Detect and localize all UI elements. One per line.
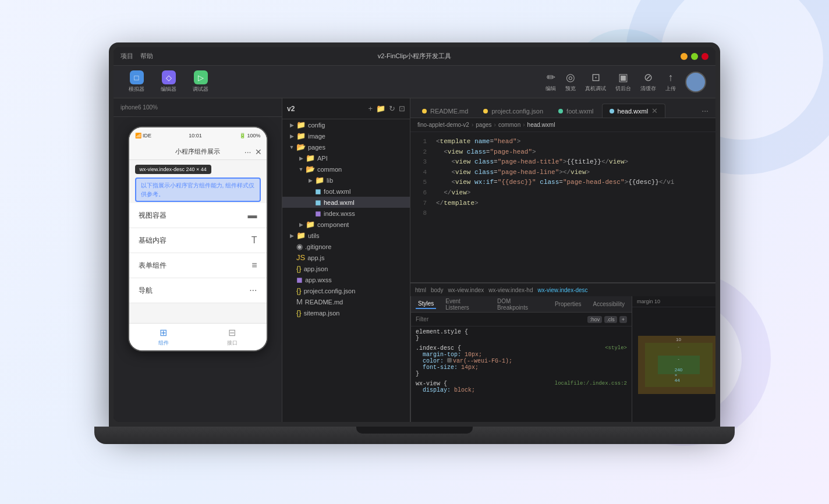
clear-cache-action[interactable]: ⊘ 清缓存 (640, 71, 656, 93)
breadcrumb-sep-2: › (494, 122, 496, 128)
phone-tab-component[interactable]: ⊞ 组件 (129, 324, 198, 350)
list-item-0[interactable]: 视图容器 ▬ (129, 203, 267, 228)
filter-input[interactable] (416, 316, 587, 322)
color-swatch (447, 358, 452, 363)
list-item-1[interactable]: 基础内容 T (129, 228, 267, 253)
file-appjson-icon: {} (296, 264, 302, 273)
highlighted-element: 以下指展示小程序官方组件能力, 组件样式仅供参考。 (135, 178, 261, 202)
filter-badge-cls[interactable]: .cls (604, 316, 617, 323)
maximize-button[interactable] (691, 53, 698, 60)
list-item-2[interactable]: 表单组件 ≡ (129, 253, 267, 278)
menu-item-project[interactable]: 项目 (121, 52, 133, 61)
collapse-icon[interactable]: ⊡ (399, 104, 405, 113)
preview-action[interactable]: ◎ 预览 (565, 71, 576, 93)
simulator-button[interactable]: □ 模拟器 (123, 68, 150, 95)
el-bc-html[interactable]: html (415, 287, 426, 293)
el-bc-index[interactable]: wx-view.index (448, 287, 484, 293)
tree-item-image[interactable]: ▶ 📁 image (282, 130, 410, 141)
arrow-component: ▶ (296, 222, 306, 228)
padding-label: - (678, 356, 679, 361)
tree-item-appwxss[interactable]: ▶ ◼ app.wxss (282, 274, 410, 285)
code-line-3: <view class="page-head-title">{{title}}<… (431, 157, 715, 168)
phone-tab-api[interactable]: ⊟ 接口 (198, 324, 267, 350)
phone-device: 📶 IDE 10:01 🔋 100% 小程序组件展示 ··· ✕ (128, 126, 268, 352)
bottom-content: 概图 性能 ▶ <wx-image class="index-logo" src… (410, 296, 715, 422)
tree-item-index-wxss[interactable]: ▶ ◼ index.wxss (282, 208, 410, 219)
laptop-body: 项目 帮助 v2-FinClip小程序开发工具 □ 模拟器 (109, 42, 720, 427)
laptop-base (94, 427, 735, 444)
tab-more-button[interactable]: ··· (699, 104, 711, 118)
window-controls (681, 53, 708, 60)
styles-tab-accessibility[interactable]: Accessibility (591, 300, 627, 308)
phone-more-icon[interactable]: ··· (245, 147, 251, 157)
minimize-button[interactable] (681, 53, 688, 60)
styles-tab-event-listeners[interactable]: Event Listeners (443, 297, 488, 312)
tree-item-pages[interactable]: ▼ 📂 pages (282, 141, 410, 152)
arrow-lib: ▶ (306, 178, 315, 183)
tree-item-appjson[interactable]: ▶ {} app.json (282, 263, 410, 274)
styles-tab-dom-breakpoints[interactable]: DOM Breakpoints (495, 297, 545, 312)
filter-badge-plus[interactable]: + (619, 316, 627, 323)
el-bc-index-hd[interactable]: wx-view.index-hd (488, 287, 533, 293)
line-num-4: 4 (410, 168, 427, 178)
edit-action[interactable]: ✏ 编辑 (545, 71, 556, 93)
code-content[interactable]: <template name="head"> <view class="page… (431, 132, 715, 282)
tree-item-sitemapjson[interactable]: ▶ {} sitemap.json (282, 307, 410, 318)
menu-item-help[interactable]: 帮助 (140, 52, 153, 61)
filter-badge-hov[interactable]: :hov (587, 316, 602, 323)
tree-item-foot-wxml[interactable]: ▶ ◼ foot.wxml (282, 186, 410, 197)
new-file-icon[interactable]: + (368, 104, 373, 113)
element-breadcrumb: html body wx-view.index wx-view.index-hd… (410, 283, 715, 296)
style-prop-font-size: font-size: 14px; (416, 364, 627, 371)
styles-content: element.style { } .index-desc { <style> (411, 326, 632, 422)
tree-label-foot-wxml: foot.wxml (324, 188, 350, 195)
folder-pages-icon: 📂 (296, 143, 306, 151)
tab-close-headwxml[interactable]: ✕ (651, 107, 658, 115)
editor-button[interactable]: ◇ 编辑器 (155, 68, 182, 95)
el-bc-body[interactable]: body (431, 287, 444, 293)
styles-tab-styles[interactable]: Styles (416, 299, 436, 309)
style-selector-element: element.style { (416, 329, 627, 335)
upload-icon: ↑ (668, 72, 674, 84)
tree-item-config[interactable]: ▶ 📁 config (282, 119, 410, 130)
upload-action[interactable]: ↑ 上传 (665, 72, 676, 93)
list-item-3[interactable]: 导航 ··· (129, 278, 267, 303)
phone-close-icon[interactable]: ✕ (255, 147, 262, 157)
tree-item-appjs[interactable]: ▶ JS app.js (282, 252, 410, 263)
tree-item-gitignore[interactable]: ▶ ◉ .gitignore (282, 241, 410, 252)
component-tab-icon: ⊞ (160, 327, 167, 338)
device-debug-action[interactable]: ⊡ 真机调试 (585, 71, 606, 93)
refresh-icon[interactable]: ↻ (389, 104, 395, 113)
tab-readme[interactable]: README.md (415, 105, 475, 118)
background-action[interactable]: ▣ 切后台 (615, 71, 631, 93)
user-avatar[interactable] (685, 72, 706, 93)
tree-item-lib[interactable]: ▶ 📁 lib (282, 175, 410, 186)
close-button[interactable] (702, 53, 708, 60)
new-folder-icon[interactable]: 📁 (376, 104, 385, 113)
tree-item-projectconfig[interactable]: ▶ {} project.config.json (282, 285, 410, 296)
style-close-element: } (416, 335, 627, 342)
tree-label-pages: pages (308, 144, 325, 151)
style-source-wx-view[interactable]: localfile:/.index.css:2 (555, 381, 627, 386)
tab-projectconfig[interactable]: project.config.json (476, 105, 550, 118)
tree-item-common[interactable]: ▼ 📂 common (282, 164, 410, 175)
styles-tab-properties[interactable]: Properties (552, 300, 584, 308)
editor-breadcrumb: fino-applet-demo-v2 › pages › common › h… (410, 118, 715, 132)
tree-item-readme[interactable]: ▶ M README.md (282, 296, 410, 307)
code-line-4: <view class="page-head-line"></view> (431, 168, 715, 178)
simulator-header: iphone6 100% (114, 98, 282, 117)
tree-label-gitignore: .gitignore (305, 243, 331, 250)
filter-badges: :hov .cls + (587, 316, 627, 323)
tree-item-head-wxml[interactable]: ▶ ◼ head.wxml (282, 197, 410, 208)
el-bc-index-desc[interactable]: wx-view.index-desc (537, 287, 587, 293)
tree-item-utils[interactable]: ▶ 📁 utils (282, 230, 410, 241)
tab-headwxml[interactable]: head.wxml ✕ (602, 104, 666, 118)
tree-item-component[interactable]: ▶ 📁 component (282, 219, 410, 230)
debugger-button[interactable]: ▷ 调试器 (187, 68, 214, 95)
tree-item-api[interactable]: ▶ 📁 API (282, 152, 410, 164)
tab-dot-headwxml (610, 109, 614, 113)
file-foot-wxml-icon: ◼ (315, 187, 321, 196)
code-line-7: </template> (431, 198, 715, 209)
tab-footwxml[interactable]: foot.wxml (551, 105, 600, 118)
style-prop-color: color: var(--weui-FG-1); (416, 358, 627, 364)
